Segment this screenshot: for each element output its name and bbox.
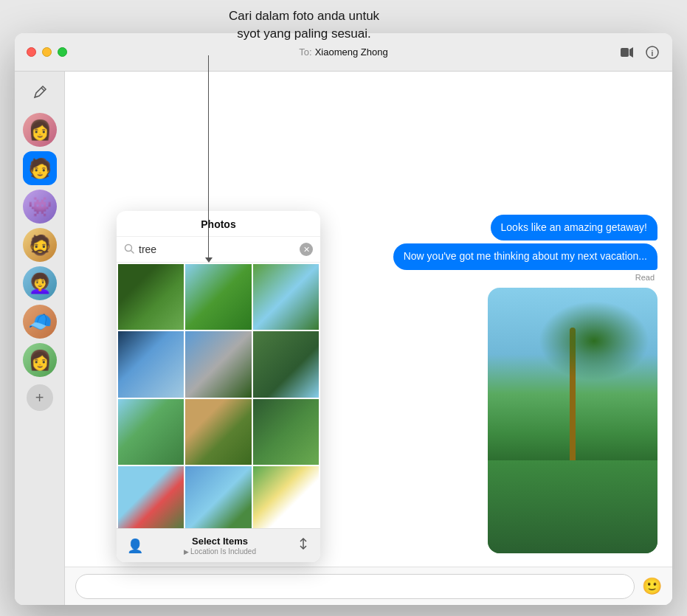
- photos-popover-title: Photos: [117, 211, 320, 237]
- sidebar-item-contact-3[interactable]: 👾: [23, 190, 57, 224]
- recipient-header: To: Xiaomeng Zhong: [299, 46, 387, 58]
- recipient-name: Xiaomeng Zhong: [315, 46, 388, 58]
- sidebar-item-contact-6[interactable]: 🧢: [23, 305, 57, 339]
- photo-thumbnail[interactable]: [488, 288, 657, 553]
- sort-icon[interactable]: [297, 537, 310, 554]
- fullscreen-button[interactable]: [58, 47, 67, 57]
- photo-cell-9[interactable]: [253, 399, 319, 465]
- info-icon[interactable]: i: [644, 44, 660, 60]
- svg-marker-1: [629, 47, 633, 58]
- video-call-icon[interactable]: [619, 44, 635, 60]
- svg-line-5: [131, 250, 134, 253]
- sidebar: 👩 🧑 👾 🧔 👩‍🦱 🧢 👩 +: [15, 72, 65, 605]
- input-bar: 🙂: [65, 567, 672, 605]
- photo-cell-1[interactable]: [118, 264, 184, 330]
- photo-cell-12[interactable]: [253, 466, 319, 528]
- photo-cell-7[interactable]: [118, 399, 184, 465]
- photos-footer: 👤 Select Items ▶ Location Is Included: [117, 528, 320, 562]
- title-bar: To: Xiaomeng Zhong i: [15, 33, 672, 72]
- photo-cell-8[interactable]: [185, 399, 251, 465]
- photos-grid: [117, 263, 320, 528]
- minimize-button[interactable]: [42, 47, 52, 57]
- message-area: Looks like an amazing getaway! Now you'v…: [65, 72, 672, 605]
- message-bubble-2: Now you've got me thinking about my next…: [393, 243, 657, 270]
- photos-search-input[interactable]: [139, 243, 295, 255]
- photos-search-bar: ✕: [117, 237, 320, 263]
- sidebar-item-contact-4[interactable]: 🧔: [23, 228, 57, 262]
- sidebar-item-contact-1[interactable]: 👩: [23, 113, 57, 147]
- location-label: ▶ Location Is Included: [184, 547, 256, 556]
- tooltip-line1: Cari dalam foto anda untuk: [229, 9, 379, 23]
- photo-cell-11[interactable]: [185, 466, 251, 528]
- photo-cell-4[interactable]: [118, 331, 184, 397]
- compose-icon[interactable]: [27, 79, 53, 105]
- emoji-button[interactable]: 🙂: [642, 577, 662, 596]
- person-icon[interactable]: 👤: [127, 538, 143, 554]
- footer-label: Select Items ▶ Location Is Included: [184, 536, 256, 556]
- sidebar-item-contact-7[interactable]: 👩: [23, 343, 57, 377]
- close-button[interactable]: [27, 47, 36, 57]
- sidebar-item-contact-2-active[interactable]: 🧑: [23, 151, 57, 185]
- location-icon: ▶: [184, 548, 189, 556]
- photo-cell-3[interactable]: [253, 264, 319, 330]
- search-clear-button[interactable]: ✕: [300, 243, 313, 256]
- svg-rect-0: [621, 48, 629, 57]
- photos-popover: Photos ✕: [117, 211, 320, 562]
- photo-cell-6[interactable]: [253, 331, 319, 397]
- photo-cell-2[interactable]: [185, 264, 251, 330]
- select-items-label: Select Items: [192, 536, 248, 547]
- main-content: 👩 🧑 👾 🧔 👩‍🦱 🧢 👩 +: [15, 72, 672, 605]
- svg-text:i: i: [652, 49, 654, 57]
- tooltip-line: [208, 55, 209, 258]
- add-contact-button[interactable]: +: [27, 384, 53, 411]
- to-label: To:: [299, 46, 311, 58]
- search-icon: [124, 243, 134, 256]
- title-bar-actions: i: [619, 44, 660, 60]
- photo-cell-10[interactable]: [118, 466, 184, 528]
- sidebar-item-contact-5[interactable]: 👩‍🦱: [23, 266, 57, 300]
- message-bubble-1: Looks like an amazing getaway!: [491, 215, 657, 241]
- traffic-lights: [27, 47, 67, 57]
- message-input[interactable]: [75, 574, 635, 599]
- app-window: To: Xiaomeng Zhong i: [15, 33, 672, 605]
- photo-cell-5[interactable]: [185, 331, 251, 397]
